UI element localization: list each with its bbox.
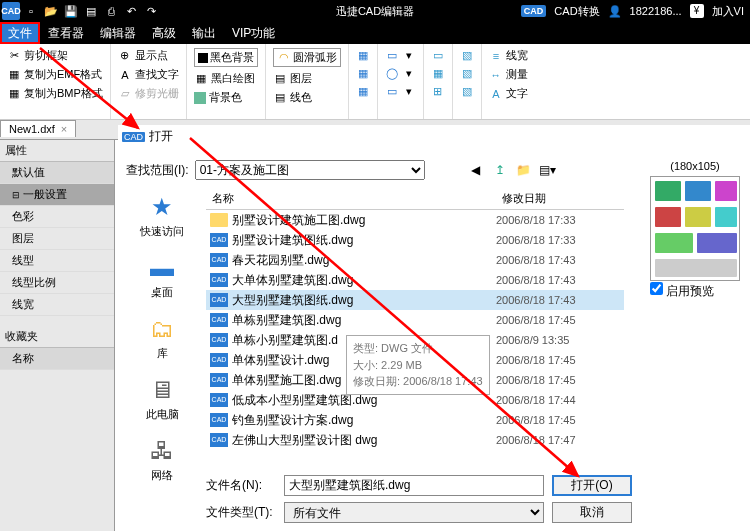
ribbon-show-point[interactable]: ⊕显示点: [115, 46, 182, 65]
prop-row[interactable]: 色彩: [0, 206, 114, 228]
menu-output[interactable]: 输出: [184, 22, 224, 44]
menu-vip[interactable]: VIP功能: [224, 22, 283, 44]
file-date: 2006/8/18 17:44: [496, 394, 616, 406]
titlebar: CAD ▫ 📂 💾 ▤ ⎙ ↶ ↷ 迅捷CAD编辑器 CAD CAD转换 👤 1…: [0, 0, 750, 22]
user-icon: 👤: [608, 5, 622, 18]
places-bar: ★快速访问 ▬桌面 🗂库 🖥此电脑 🖧网络: [122, 192, 202, 497]
grid1-icon: ▦: [356, 48, 370, 62]
print-icon[interactable]: ⎙: [102, 2, 120, 20]
file-date: 2006/8/18 17:45: [496, 354, 616, 366]
file-row[interactable]: CAD大单体别墅建筑图.dwg2006/8/18 17:43: [206, 270, 624, 290]
ribbon-line-color[interactable]: ▤线色: [270, 88, 344, 107]
up-icon[interactable]: ↥: [491, 161, 509, 179]
default-row[interactable]: 默认值: [0, 162, 114, 184]
menu-advanced[interactable]: 高级: [144, 22, 184, 44]
ribbon-copy-bmp[interactable]: ▦复制为BMP格式: [4, 84, 106, 103]
ribbon-smooth-arc[interactable]: ◠圆滑弧形: [270, 46, 344, 69]
join-vip-link[interactable]: 加入VI: [712, 4, 744, 19]
ribbon-find-text[interactable]: A查找文字: [115, 65, 182, 84]
ribbon-g5-c[interactable]: ▦: [353, 82, 373, 100]
menu-view[interactable]: 查看器: [40, 22, 92, 44]
layer-icon: ▤: [273, 72, 287, 86]
file-date: 2006/8/18 17:33: [496, 214, 616, 226]
file-row[interactable]: CAD左佛山大型别墅设计图 dwg2006/8/18 17:47: [206, 430, 624, 450]
ribbon-g7-b[interactable]: ▦: [428, 64, 448, 82]
lookin-label: 查找范围(I):: [126, 162, 189, 179]
ribbon-cut-frame[interactable]: ✂剪切框架: [4, 46, 106, 65]
menu-editor[interactable]: 编辑器: [92, 22, 144, 44]
menu-file[interactable]: 文件: [0, 22, 40, 44]
grid2-icon: ▦: [356, 66, 370, 80]
drop1-icon: ▾: [402, 48, 416, 62]
filename-input[interactable]: [284, 475, 544, 496]
close-tab-icon[interactable]: ×: [61, 123, 67, 135]
cancel-button[interactable]: 取消: [552, 502, 632, 523]
ribbon-bg-color[interactable]: 背景色: [191, 88, 261, 107]
file-row[interactable]: CAD春天花园别墅.dwg2006/8/18 17:43: [206, 250, 624, 270]
prop-row[interactable]: 图层: [0, 228, 114, 250]
ribbon-g6-c[interactable]: ▭▾: [382, 82, 419, 100]
grid3-icon: ▦: [356, 84, 370, 98]
file-row[interactable]: CAD单栋别墅建筑图.dwg2006/8/18 17:45: [206, 310, 624, 330]
document-tab[interactable]: New1.dxf×: [0, 120, 76, 137]
open-icon[interactable]: 📂: [42, 2, 60, 20]
ribbon-g6-b[interactable]: ◯▾: [382, 64, 419, 82]
ribbon-g8-b[interactable]: ▧: [457, 64, 477, 82]
lookin-select[interactable]: 01-方案及施工图: [195, 160, 425, 180]
file-tooltip: 类型: DWG 文件 大小: 2.29 MB 修改日期: 2006/8/18 1…: [346, 335, 490, 395]
text-icon: A: [489, 87, 503, 101]
ribbon-g7-c[interactable]: ⊞: [428, 82, 448, 100]
user-label[interactable]: 1822186...: [630, 5, 682, 17]
place-pc[interactable]: 🖥此电脑: [122, 375, 202, 422]
place-lib[interactable]: 🗂库: [122, 314, 202, 361]
new-icon[interactable]: ▫: [22, 2, 40, 20]
enable-preview-checkbox[interactable]: 启用预览: [650, 284, 714, 298]
ribbon-g6-a[interactable]: ▭▾: [382, 46, 419, 64]
file-row[interactable]: CAD钓鱼别墅设计方案.dwg2006/8/18 17:45: [206, 410, 624, 430]
prop-row[interactable]: 线宽: [0, 294, 114, 316]
filetype-label: 文件类型(T):: [206, 504, 276, 521]
ribbon-g8-c[interactable]: ▧: [457, 82, 477, 100]
save-icon[interactable]: 💾: [62, 2, 80, 20]
redo-icon[interactable]: ↷: [142, 2, 160, 20]
place-desktop[interactable]: ▬桌面: [122, 253, 202, 300]
file-row[interactable]: CAD别墅设计建筑图纸.dwg2006/8/18 17:33: [206, 230, 624, 250]
file-row[interactable]: CAD大型别墅建筑图纸.dwg2006/8/18 17:43: [206, 290, 624, 310]
file-row[interactable]: 别墅设计建筑施工图.dwg2006/8/18 17:33: [206, 210, 624, 230]
tool3-icon: ⊞: [431, 84, 445, 98]
save-as-icon[interactable]: ▤: [82, 2, 100, 20]
filetype-select[interactable]: 所有文件: [284, 502, 544, 523]
file-name: 左佛山大型别墅设计图 dwg: [228, 432, 496, 449]
place-net[interactable]: 🖧网络: [122, 436, 202, 483]
new-folder-icon[interactable]: 📁: [515, 161, 533, 179]
place-quick[interactable]: ★快速访问: [122, 192, 202, 239]
back-icon[interactable]: ◀: [467, 161, 485, 179]
ribbon-measure[interactable]: ↔测量: [486, 65, 531, 84]
ribbon-g7-a[interactable]: ▭: [428, 46, 448, 64]
shape1-icon: ▭: [385, 48, 399, 62]
ribbon-black-bg[interactable]: 黑色背景: [191, 46, 261, 69]
ribbon-g5-a[interactable]: ▦: [353, 46, 373, 64]
prop-row[interactable]: 线型: [0, 250, 114, 272]
ribbon-bw-draw[interactable]: ▦黑白绘图: [191, 69, 261, 88]
cad-convert-link[interactable]: CAD转换: [554, 4, 599, 19]
prop-row[interactable]: 线型比例: [0, 272, 114, 294]
view-menu-icon[interactable]: ▤▾: [539, 161, 557, 179]
shape3-icon: ▭: [385, 84, 399, 98]
general-row[interactable]: 一般设置: [0, 184, 114, 206]
point-icon: ⊕: [118, 49, 132, 63]
file-date: 2006/8/18 17:45: [496, 314, 616, 326]
ribbon-text[interactable]: A文字: [486, 84, 531, 103]
filename-label: 文件名(N):: [206, 477, 276, 494]
ribbon-copy-emf[interactable]: ▦复制为EMF格式: [4, 65, 106, 84]
ribbon-g5-b[interactable]: ▦: [353, 64, 373, 82]
ribbon-g8-a[interactable]: ▧: [457, 46, 477, 64]
open-button[interactable]: 打开(O): [552, 475, 632, 496]
ribbon-layer[interactable]: ▤图层: [270, 69, 344, 88]
col-date[interactable]: 修改日期: [496, 188, 616, 209]
scissors-icon: ✂: [7, 49, 21, 63]
undo-icon[interactable]: ↶: [122, 2, 140, 20]
col-name[interactable]: 名称: [206, 188, 496, 209]
file-list-header[interactable]: 名称 修改日期: [206, 188, 624, 210]
ribbon-linewidth[interactable]: ≡线宽: [486, 46, 531, 65]
